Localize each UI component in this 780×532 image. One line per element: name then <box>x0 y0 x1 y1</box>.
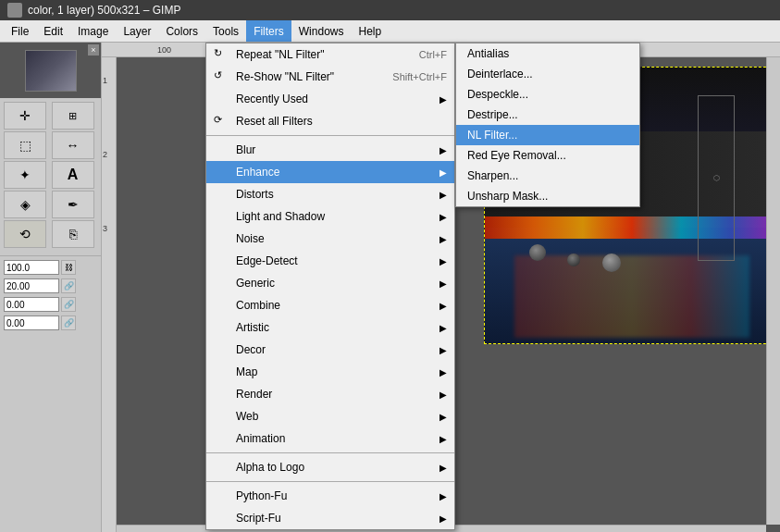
tool-path[interactable]: ✦ <box>4 161 46 189</box>
tool-align[interactable]: ⊞ <box>52 102 94 130</box>
app-icon <box>7 3 22 18</box>
decor-label: Decor <box>236 343 436 356</box>
menu-filters[interactable]: Filters <box>246 20 291 42</box>
menu-help[interactable]: Help <box>351 20 389 42</box>
alpha-arrow: ▶ <box>440 463 447 473</box>
decor-arrow: ▶ <box>440 345 447 355</box>
zoom-value[interactable]: 100.0 <box>4 260 59 275</box>
menu-image[interactable]: Image <box>70 20 116 42</box>
tool-heal[interactable]: ⟲ <box>4 220 46 248</box>
distorts-arrow: ▶ <box>440 190 447 200</box>
web-icon <box>214 409 232 424</box>
filter-script[interactable]: Script-Fu ▶ <box>206 507 454 529</box>
filter-edge-detect[interactable]: Edge-Detect ▶ <box>206 250 454 272</box>
menu-tools[interactable]: Tools <box>205 20 246 42</box>
blur-arrow: ▶ <box>440 145 447 155</box>
enhance-deinterlace[interactable]: Deinterlace... <box>456 64 639 84</box>
generic-label: Generic <box>236 277 436 290</box>
filter-repeat[interactable]: ↻ Repeat "NL Filter" Ctrl+F <box>206 43 454 66</box>
menu-layer[interactable]: Layer <box>116 20 158 42</box>
render-arrow: ▶ <box>440 390 447 400</box>
enhance-nl-filter[interactable]: NL Filter... <box>456 125 639 145</box>
reset-icon: ⟳ <box>214 114 232 129</box>
generic-icon <box>214 276 232 291</box>
opacity-value[interactable]: 20.00 <box>4 278 59 293</box>
menu-edit[interactable]: Edit <box>36 20 70 42</box>
hardness-value[interactable]: 0.00 <box>4 315 59 330</box>
enhance-arrow: ▶ <box>440 167 447 178</box>
filter-alpha-logo[interactable]: Alpha to Logo ▶ <box>206 456 454 478</box>
opacity-btn[interactable]: 🔗 <box>61 278 76 293</box>
script-arrow: ▶ <box>440 513 447 524</box>
separator-1 <box>206 135 454 136</box>
filter-noise[interactable]: Noise ▶ <box>206 228 454 250</box>
recently-icon <box>214 92 232 106</box>
menu-file[interactable]: File <box>4 20 36 42</box>
flow-option: 0.00 🔗 <box>4 297 97 312</box>
enhance-antialias[interactable]: Antialias <box>456 43 639 64</box>
tool-text[interactable]: A <box>52 161 94 189</box>
zoom-chain[interactable]: ⛓ <box>61 260 76 275</box>
ruler-mark-v: 3 <box>103 224 107 233</box>
repeat-shortcut: Ctrl+F <box>419 49 447 60</box>
edge-label: Edge-Detect <box>236 254 436 267</box>
filter-recently-used[interactable]: Recently Used ▶ <box>206 88 454 110</box>
enhance-destripe[interactable]: Destripe... <box>456 105 639 125</box>
filter-decor[interactable]: Decor ▶ <box>206 339 454 361</box>
toolbox: × ✛ ⊞ ⬚ ↔ ✦ A ◈ ✒ ⟲ ⎘ 100.0 ⛓ 20.00 🔗 0.… <box>0 43 102 532</box>
thumbnail-close[interactable]: × <box>88 44 99 56</box>
flow-btn[interactable]: 🔗 <box>61 297 76 312</box>
filter-enhance[interactable]: Enhance ▶ <box>206 161 454 183</box>
nl-filter-label: NL Filter... <box>467 129 517 142</box>
distorts-icon <box>214 187 232 202</box>
edge-arrow: ▶ <box>440 256 447 266</box>
menu-windows[interactable]: Windows <box>291 20 352 42</box>
enhance-despeckle[interactable]: Despeckle... <box>456 84 639 105</box>
filter-blur[interactable]: Blur ▶ <box>206 139 454 161</box>
hardness-btn[interactable]: 🔗 <box>61 315 76 330</box>
filter-light-shadow[interactable]: Light and Shadow ▶ <box>206 205 454 228</box>
reshow-icon: ↺ <box>214 69 232 84</box>
filter-artistic[interactable]: Artistic ▶ <box>206 316 454 339</box>
tool-transform[interactable]: ↔ <box>52 131 94 159</box>
filter-distorts[interactable]: Distorts ▶ <box>206 183 454 205</box>
scrollbar-vertical[interactable] <box>766 57 780 525</box>
enhance-red-eye[interactable]: Red Eye Removal... <box>456 145 639 166</box>
tool-crop[interactable]: ⬚ <box>4 131 46 159</box>
repeat-icon: ↻ <box>214 47 232 62</box>
filter-render[interactable]: Render ▶ <box>206 383 454 405</box>
reset-label: Reset all Filters <box>236 115 447 128</box>
unsharp-label: Unsharp Mask... <box>467 190 548 203</box>
tool-eyedropper[interactable]: ✒ <box>52 191 94 218</box>
enhance-dropdown: Antialias Deinterlace... Despeckle... De… <box>455 43 640 207</box>
filter-generic[interactable]: Generic ▶ <box>206 272 454 294</box>
reshow-shortcut: Shift+Ctrl+F <box>392 71 447 82</box>
tool-fill[interactable]: ◈ <box>4 191 46 218</box>
filter-reset[interactable]: ⟳ Reset all Filters <box>206 110 454 132</box>
filter-animation[interactable]: Animation ▶ <box>206 427 454 450</box>
menubar: File Edit Image Layer Colors Tools Filte… <box>0 20 780 43</box>
python-arrow: ▶ <box>440 491 447 501</box>
filter-combine[interactable]: Combine ▶ <box>206 294 454 316</box>
enhance-sharpen[interactable]: Sharpen... <box>456 166 639 186</box>
alpha-label: Alpha to Logo <box>236 461 436 474</box>
tool-move[interactable]: ✛ <box>4 102 46 130</box>
filter-reshow[interactable]: ↺ Re-Show "NL Filter" Shift+Ctrl+F <box>206 66 454 88</box>
light-arrow: ▶ <box>440 212 447 222</box>
filter-python[interactable]: Python-Fu ▶ <box>206 485 454 507</box>
animation-arrow: ▶ <box>440 434 447 444</box>
combine-icon <box>214 298 232 313</box>
menu-colors[interactable]: Colors <box>158 20 205 42</box>
filter-web[interactable]: Web ▶ <box>206 405 454 427</box>
flow-value[interactable]: 0.00 <box>4 297 59 312</box>
tool-clone[interactable]: ⎘ <box>52 220 94 248</box>
ruler-mark: 100 <box>157 45 171 55</box>
filter-map[interactable]: Map ▶ <box>206 361 454 383</box>
script-icon <box>214 511 232 526</box>
hardness-option: 0.00 🔗 <box>4 315 97 330</box>
enhance-unsharp[interactable]: Unsharp Mask... <box>456 186 639 206</box>
red-eye-label: Red Eye Removal... <box>467 149 566 162</box>
separator-2 <box>206 452 454 453</box>
render-label: Render <box>236 388 436 401</box>
generic-arrow: ▶ <box>440 278 447 289</box>
